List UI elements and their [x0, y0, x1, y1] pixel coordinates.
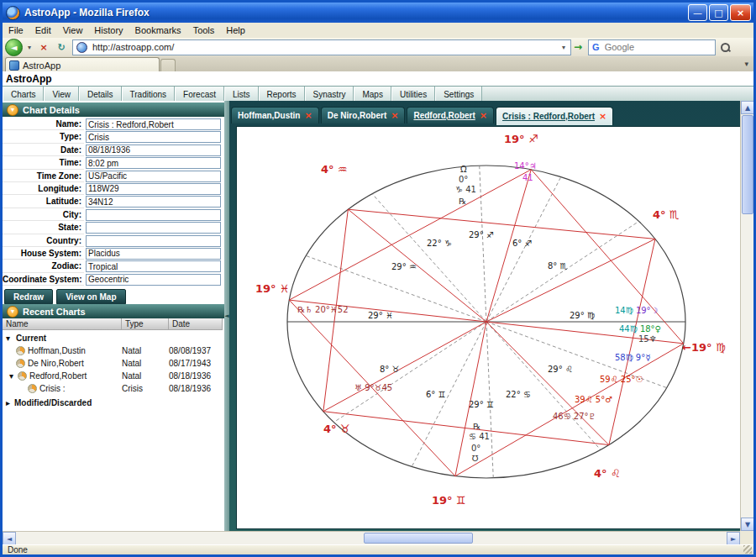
new-tab-stub[interactable]	[160, 59, 176, 72]
maximize-button[interactable]: □	[709, 4, 728, 21]
scroll-left-icon[interactable]: ◄	[3, 532, 16, 545]
collapse-icon[interactable]: ▾	[7, 104, 18, 116]
splitter-collapse-icon[interactable]: ◄	[224, 313, 228, 319]
vertical-scrollbar[interactable]: ▲ ▼	[740, 101, 754, 531]
back-dropdown-icon[interactable]: ▾	[25, 39, 34, 55]
state-field[interactable]	[86, 222, 221, 234]
horizontal-scroll-thumb[interactable]	[364, 533, 473, 544]
chart-panel: Hoffman,Dustin × De Niro,Robert × Redfor…	[229, 101, 745, 531]
url-dropdown-icon[interactable]: ▾	[562, 44, 570, 51]
chart-tab-hoffman[interactable]: Hoffman,Dustin ×	[231, 107, 319, 123]
field-label-type: Type:	[3, 130, 84, 143]
toolbar-reports[interactable]: Reports	[259, 87, 305, 102]
planet-label: Ω	[460, 166, 467, 174]
planet-label: 15♆	[638, 335, 657, 344]
tree-group-modified-discarded[interactable]: ▸ Modified/Discarded	[3, 398, 223, 410]
house-cusp-label: 6° ♐	[512, 239, 533, 248]
navigation-toolbar: ◄ ▾ × ↻ ▾ → G	[3, 38, 753, 57]
column-date[interactable]: Date	[169, 318, 223, 330]
toolbar-lists[interactable]: Lists	[224, 87, 259, 102]
planet-label: ♋ 41	[469, 433, 490, 441]
google-logo: G	[592, 42, 600, 52]
longitude-field[interactable]	[86, 183, 221, 195]
tree-row-deniro[interactable]: De Niro,Robert Natal 08/17/1943	[3, 359, 223, 370]
horizontal-scrollbar[interactable]: ◄ ►	[3, 531, 740, 545]
toolbar-charts[interactable]: Charts	[3, 87, 44, 102]
go-button[interactable]: →	[574, 41, 582, 53]
chart-tab-deniro[interactable]: De Niro,Robert ×	[321, 107, 406, 123]
browser-tab-astroapp[interactable]: AstroApp	[5, 57, 160, 72]
house-cusp-label: 8° ♉	[380, 365, 400, 374]
minimize-button[interactable]: —	[688, 4, 707, 21]
toolbar-details[interactable]: Details	[79, 87, 122, 102]
toolbar-utilities[interactable]: Utilities	[391, 87, 435, 102]
list-tabs-icon[interactable]: ▾	[744, 60, 748, 68]
close-tab-icon[interactable]: ×	[391, 110, 398, 121]
toolbar-traditions[interactable]: Traditions	[122, 87, 176, 102]
resize-grip[interactable]	[743, 545, 752, 554]
close-button[interactable]: ×	[730, 4, 751, 21]
planet-label: ♅ 9°♉45	[354, 384, 392, 392]
menu-tools[interactable]: Tools	[187, 24, 221, 37]
search-input[interactable]	[603, 41, 699, 53]
menu-history[interactable]: History	[88, 24, 129, 37]
menu-view[interactable]: View	[57, 24, 89, 37]
view-on-map-button[interactable]: View on Map	[56, 289, 125, 305]
scroll-up-icon[interactable]: ▲	[741, 101, 754, 114]
planet-label: 59♌ 25°☉	[600, 376, 643, 384]
tree-open-icon[interactable]: ▾	[6, 334, 10, 343]
city-field[interactable]	[86, 209, 221, 221]
status-text: Done	[8, 545, 28, 554]
toolbar-settings[interactable]: Settings	[435, 87, 482, 102]
tree-row-hoffman[interactable]: Hoffman,Dustin Natal 08/08/1937	[3, 346, 223, 358]
toolbar-synastry[interactable]: Synastry	[305, 87, 354, 102]
redraw-button[interactable]: Redraw	[4, 289, 53, 305]
close-tab-icon[interactable]: ×	[304, 110, 312, 121]
scroll-right-icon[interactable]: ►	[727, 532, 740, 545]
menu-file[interactable]: File	[3, 24, 29, 37]
latitude-field[interactable]	[86, 196, 221, 208]
timezone-field[interactable]	[86, 171, 221, 182]
scroll-down-icon[interactable]: ▼	[741, 518, 754, 531]
date-field[interactable]	[86, 145, 221, 156]
zodiac-field[interactable]	[86, 260, 221, 272]
recent-charts-header[interactable]: ▾ Recent Charts	[3, 304, 224, 318]
tree-row-redford[interactable]: ▾ Redford,Robert Natal 08/18/1936	[3, 371, 223, 383]
tree-row-crisis[interactable]: Crisis : Crisis 08/18/1936	[3, 384, 223, 396]
angle-label: 19° ♐	[504, 134, 538, 145]
close-tab-icon[interactable]: ×	[599, 111, 606, 122]
coordinate-system-field[interactable]	[86, 274, 221, 286]
column-name[interactable]: Name	[3, 318, 122, 330]
collapse-icon[interactable]: ▾	[7, 306, 18, 318]
tree-open-icon[interactable]: ▾	[9, 371, 13, 381]
menu-help[interactable]: Help	[220, 24, 251, 37]
menu-bookmarks[interactable]: Bookmarks	[129, 24, 187, 37]
planet-label: 14°♃	[514, 162, 537, 171]
house-system-field[interactable]	[86, 248, 221, 260]
url-input[interactable]	[91, 41, 562, 54]
menu-edit[interactable]: Edit	[29, 24, 57, 37]
chart-icon	[16, 359, 25, 368]
toolbar-forecast[interactable]: Forecast	[175, 87, 224, 102]
country-field[interactable]	[86, 235, 221, 247]
astro-wheel-chart: 19° ♐4° ♒19° ♓4° ♉19° ♊4° ♌←19° ♍4° ♏29°…	[237, 127, 744, 528]
name-field[interactable]	[86, 118, 221, 130]
vertical-scroll-thumb[interactable]	[742, 115, 753, 214]
reload-button[interactable]: ↻	[54, 39, 69, 55]
column-type[interactable]: Type	[122, 318, 169, 330]
back-button[interactable]: ◄	[5, 39, 23, 56]
time-field[interactable]	[86, 157, 221, 169]
close-tab-icon[interactable]: ×	[480, 110, 487, 121]
tree-group-current[interactable]: ▾ Current	[3, 334, 223, 345]
chart-details-header[interactable]: ▾ Chart Details	[3, 102, 224, 117]
chart-tab-crisis-redford[interactable]: Crisis : Redford,Robert ×	[496, 107, 613, 125]
stop-button[interactable]: ×	[36, 39, 51, 55]
search-icon[interactable]	[720, 42, 731, 53]
type-field[interactable]	[86, 131, 221, 143]
toolbar-view[interactable]: View	[44, 87, 79, 102]
toolbar-maps[interactable]: Maps	[354, 87, 391, 102]
scrollbar-corner	[740, 531, 753, 544]
tree-closed-icon[interactable]: ▸	[6, 398, 10, 407]
chart-tab-redford[interactable]: Redford,Robert ×	[407, 107, 494, 123]
field-label-city: City:	[3, 208, 84, 221]
